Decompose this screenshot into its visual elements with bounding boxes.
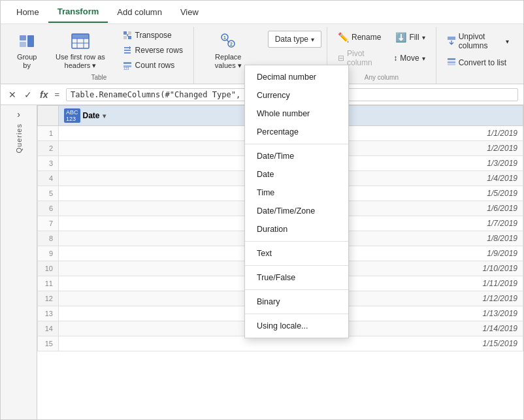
svg-text:2: 2 xyxy=(230,42,233,46)
dropdown-using-locale[interactable]: Using locale... xyxy=(245,317,348,335)
formula-accept-icon[interactable]: ✓ xyxy=(22,88,35,101)
col-dropdown-arrow-icon[interactable]: ▾ xyxy=(103,112,106,120)
row-number: 15 xyxy=(38,336,59,351)
unpivot-label: Unpivot columns xyxy=(459,32,503,50)
row-number: 11 xyxy=(38,276,59,291)
menu-view[interactable]: View xyxy=(171,2,208,22)
date-cell: 1/15/2019 xyxy=(59,336,523,351)
dropdown-arrow-icon: ▾ xyxy=(311,36,314,43)
count-rows-button[interactable]: 123 Count rows xyxy=(118,58,187,73)
formula-fx-icon: fx xyxy=(37,88,50,101)
reverse-rows-label: Reverse rows xyxy=(135,46,183,55)
reverse-rows-button[interactable]: Reverse rows xyxy=(118,43,187,57)
dropdown-currency[interactable]: Currency xyxy=(245,86,348,105)
dropdown-datetime[interactable]: Date/Time xyxy=(245,147,348,165)
svg-rect-16 xyxy=(123,62,131,64)
ribbon: Group by Use first row as headers ▾ xyxy=(1,24,523,84)
dropdown-percentage[interactable]: Percentage xyxy=(245,123,348,141)
pivot-icon: ⊟ xyxy=(338,54,344,63)
transpose-button[interactable]: Transpose xyxy=(118,28,187,42)
row-number: 10 xyxy=(38,261,59,276)
row-number: 13 xyxy=(38,306,59,321)
svg-rect-10 xyxy=(128,31,131,35)
transpose-icon xyxy=(122,30,133,40)
count-rows-label: Count rows xyxy=(135,61,175,70)
group-by-button[interactable]: Group by xyxy=(11,28,42,73)
group-by-icon xyxy=(16,31,37,52)
row-number: 12 xyxy=(38,291,59,306)
move-label: Move xyxy=(400,54,419,63)
menu-add-column[interactable]: Add column xyxy=(108,2,171,22)
move-button[interactable]: ↕️ Move ▾ xyxy=(388,51,430,65)
group-by-label: Group by xyxy=(16,53,37,70)
headers-icon xyxy=(70,31,91,52)
data-type-dropdown: Decimal number Currency Whole number Per… xyxy=(244,65,349,338)
dropdown-decimal-number[interactable]: Decimal number xyxy=(245,68,348,86)
rename-label: Rename xyxy=(352,33,381,42)
menu-bar: Home Transform Add column View xyxy=(1,1,523,24)
queries-panel: › Queries xyxy=(1,105,37,420)
svg-rect-4 xyxy=(72,34,89,39)
dropdown-whole-number[interactable]: Whole number xyxy=(245,105,348,123)
row-number: 7 xyxy=(38,216,59,231)
dropdown-divider-4 xyxy=(245,289,348,290)
ribbon-table-group: Group by Use first row as headers ▾ xyxy=(5,27,194,84)
first-row-headers-button[interactable]: Use first row as headers ▾ xyxy=(45,28,115,73)
row-number: 5 xyxy=(38,186,59,201)
col-type-badge: ABC123 xyxy=(64,108,80,123)
row-num-header xyxy=(38,106,59,126)
dropdown-truefalse[interactable]: True/False xyxy=(245,268,348,287)
fill-dropdown-icon: ▾ xyxy=(422,34,425,41)
dropdown-datetimezone[interactable]: Date/Time/Zone xyxy=(245,202,348,220)
menu-transform[interactable]: Transform xyxy=(48,1,108,23)
queries-label[interactable]: Queries xyxy=(15,123,23,153)
formula-cancel-icon[interactable]: ✕ xyxy=(6,88,19,101)
pivot-label: Pivot column xyxy=(347,49,380,67)
svg-rect-23 xyxy=(448,37,455,40)
dropdown-time[interactable]: Time xyxy=(245,184,348,202)
row-number: 2 xyxy=(38,141,59,156)
dropdown-divider-5 xyxy=(245,314,348,314)
move-icon: ↕️ xyxy=(393,54,397,63)
rename-icon: ✏️ xyxy=(338,32,349,42)
rename-button[interactable]: ✏️ Rename xyxy=(333,29,386,45)
date-column-label: Date xyxy=(83,111,100,120)
table-row: 15 1/15/2019 xyxy=(38,336,523,351)
dropdown-date[interactable]: Date xyxy=(245,165,348,184)
row-number: 9 xyxy=(38,246,59,261)
move-dropdown-icon: ▾ xyxy=(422,55,425,62)
fill-label: Fill xyxy=(409,33,419,42)
formula-equals: = xyxy=(54,89,62,99)
dropdown-duration[interactable]: Duration xyxy=(245,220,348,238)
count-rows-icon: 123 xyxy=(122,60,133,71)
unpivot-columns-button[interactable]: Unpivot columns ▾ xyxy=(442,29,514,53)
data-type-button[interactable]: Data type ▾ xyxy=(268,31,321,48)
fill-icon: ⬇️ xyxy=(395,32,406,42)
convert-to-list-button[interactable]: Convert to list xyxy=(442,54,512,71)
row-number: 4 xyxy=(38,171,59,186)
dropdown-divider-1 xyxy=(245,144,348,144)
svg-rect-25 xyxy=(448,61,455,63)
unpivot-dropdown-icon: ▾ xyxy=(506,38,509,45)
svg-rect-11 xyxy=(123,36,127,39)
convert-list-icon xyxy=(447,57,456,68)
menu-home[interactable]: Home xyxy=(7,2,48,22)
unpivot-icon xyxy=(447,36,456,47)
svg-rect-2 xyxy=(27,35,34,47)
formula-icons: ✕ ✓ fx xyxy=(6,88,50,101)
svg-rect-0 xyxy=(20,35,26,40)
table-group-label: Table xyxy=(11,73,187,81)
dropdown-text[interactable]: Text xyxy=(245,244,348,263)
row-number: 8 xyxy=(38,231,59,246)
first-row-headers-label: Use first row as headers ▾ xyxy=(50,53,110,70)
reverse-rows-icon xyxy=(122,45,133,56)
svg-rect-1 xyxy=(20,42,26,47)
dropdown-binary[interactable]: Binary xyxy=(245,293,348,311)
fill-button[interactable]: ⬇️ Fill ▾ xyxy=(390,29,430,45)
table-group-content: Group by Use first row as headers ▾ xyxy=(11,28,187,73)
table-small-buttons: Transpose Reverse rows xyxy=(118,28,187,73)
expand-queries-icon[interactable]: › xyxy=(17,109,20,120)
svg-rect-12 xyxy=(128,36,131,39)
row-number: 6 xyxy=(38,201,59,216)
replace-values-icon: 1 2 xyxy=(218,31,238,52)
